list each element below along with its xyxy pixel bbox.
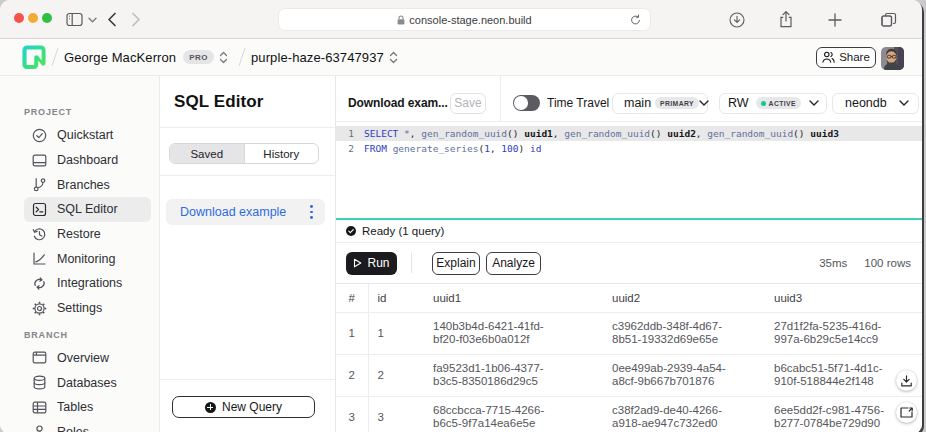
breadcrumb-user[interactable]: George MacKerron: [64, 50, 176, 65]
sidebar-item-branches[interactable]: Branches: [24, 172, 151, 197]
integrations-icon: [32, 276, 47, 291]
column-header: uuid3: [765, 284, 922, 312]
user-avatar[interactable]: [881, 47, 904, 70]
compute-select[interactable]: RW ACTIVE: [719, 93, 827, 114]
sql-editor-icon: [32, 202, 47, 217]
chevron-down-icon: [809, 100, 819, 106]
editor-main: Download exam... Save Time Travel main P…: [336, 76, 922, 432]
sidebar-item-integrations[interactable]: Integrations: [24, 271, 151, 296]
active-badge: ACTIVE: [756, 97, 801, 109]
sidebar-item-monitoring[interactable]: Monitoring: [24, 246, 151, 271]
saved-history-tabs: SavedHistory: [169, 143, 319, 164]
forward-icon[interactable]: [131, 0, 141, 39]
app-header: George MacKerron PRO purple-haze-6374793…: [0, 39, 922, 76]
new-query-button[interactable]: New Query: [172, 396, 315, 418]
chevron-down-icon[interactable]: [88, 0, 97, 39]
close-window-button[interactable]: [14, 13, 24, 23]
query-duration: 35ms: [819, 257, 847, 269]
table-cell: 2: [336, 354, 368, 396]
sidebar-item-roles[interactable]: Roles: [24, 420, 151, 432]
sidebar-item-databases[interactable]: Databases: [24, 370, 151, 395]
results-table-container: #iduuid1uuid2uuid311140b3b4d-6421-41fd-b…: [336, 283, 922, 432]
branch-select[interactable]: main PRIMARY: [612, 93, 708, 114]
minimize-window-button[interactable]: [28, 13, 38, 23]
tab-saved[interactable]: Saved: [170, 144, 245, 163]
traffic-lights: [14, 13, 52, 23]
query-tab-title: Download exam...: [348, 96, 450, 110]
sidebar-item-label: Restore: [57, 227, 101, 241]
sql-code-editor[interactable]: 1SELECT *, gen_random_uuid() uuid1, gen_…: [336, 122, 922, 218]
branch-name: main: [624, 96, 651, 110]
table-row[interactable]: 3368ccbcca-7715-4266-b6c5-9f7a14ea6e5ec3…: [336, 396, 922, 432]
sidebar-item-restore[interactable]: Restore: [24, 222, 151, 247]
downloads-icon[interactable]: [729, 0, 745, 39]
lock-icon: [397, 15, 405, 25]
analyze-button[interactable]: Analyze: [486, 252, 541, 275]
breadcrumb-project[interactable]: purple-haze-63747937: [251, 50, 384, 65]
query-rowcount: 100 rows: [864, 257, 911, 269]
sidebar-item-label: Overview: [57, 351, 109, 365]
results-floating-actions: [896, 370, 917, 423]
expand-results-button[interactable]: [896, 402, 917, 423]
download-results-button[interactable]: [896, 370, 917, 391]
table-cell: c38f2ad9-de40-4266-a918-ae947c732ed0: [603, 396, 765, 432]
zoom-window-button[interactable]: [42, 13, 52, 23]
sidebar-item-label: Tables: [57, 400, 93, 414]
line-number: 1: [336, 128, 354, 139]
roles-icon: [32, 424, 47, 432]
sidebar-item-label: Integrations: [57, 276, 122, 290]
kebab-menu-icon[interactable]: [308, 203, 315, 221]
sidebar-toggle-icon[interactable]: [66, 0, 83, 39]
divider: [411, 253, 412, 273]
status-text: Ready (1 query): [362, 225, 444, 237]
new-query-label: New Query: [222, 400, 282, 414]
breadcrumb-divider: [47, 46, 63, 68]
sidebar-section-label: PROJECT: [24, 107, 159, 117]
active-dot-icon: [761, 101, 766, 106]
tabs-overview-icon[interactable]: [881, 0, 897, 39]
tab-history[interactable]: History: [245, 144, 319, 163]
table-row[interactable]: 11140b3b4d-6421-41fd-bf20-f03e6b0a012fc3…: [336, 312, 922, 354]
time-travel-label: Time Travel: [547, 96, 609, 110]
save-button[interactable]: Save: [450, 93, 486, 114]
neon-logo[interactable]: [22, 45, 46, 69]
project-select-caret-icon[interactable]: [389, 51, 398, 64]
table-cell: 1: [368, 312, 424, 354]
status-bar: Ready (1 query): [336, 220, 922, 243]
share-button[interactable]: Share: [816, 47, 876, 68]
sidebar-item-dashboard[interactable]: Dashboard: [24, 148, 151, 173]
saved-query-item[interactable]: Download example: [166, 199, 325, 225]
database-select[interactable]: neondb: [832, 93, 919, 114]
sidebar-item-label: Branches: [57, 178, 110, 192]
sidebar-item-settings[interactable]: Settings: [24, 296, 151, 321]
query-tab[interactable]: Download exam... Save: [336, 76, 501, 122]
sidebar-item-sql-editor[interactable]: SQL Editor: [24, 197, 151, 222]
monitoring-icon: [32, 251, 47, 266]
run-button[interactable]: Run: [346, 252, 397, 275]
new-tab-icon[interactable]: [828, 0, 842, 39]
settings-icon: [32, 301, 47, 316]
back-icon[interactable]: [107, 0, 117, 39]
chevron-down-icon: [899, 100, 909, 106]
reload-icon[interactable]: [630, 14, 641, 26]
url-bar[interactable]: console-stage.neon.build: [278, 8, 651, 31]
queries-footer: New Query: [160, 379, 335, 432]
table-row[interactable]: 22fa9523d1-1b06-4377-b3c5-8350186d29c50e…: [336, 354, 922, 396]
line-number: 2: [336, 143, 354, 154]
share-page-icon[interactable]: [779, 0, 793, 39]
url-text: console-stage.neon.build: [409, 14, 531, 26]
sidebar-item-label: Settings: [57, 301, 102, 315]
sidebar-item-tables[interactable]: Tables: [24, 395, 151, 420]
plus-icon: [205, 402, 216, 413]
sidebar-item-label: Monitoring: [57, 252, 115, 266]
sidebar-item-overview[interactable]: Overview: [24, 346, 151, 371]
share-label: Share: [839, 51, 870, 63]
query-meta: 35ms 100 rows: [819, 257, 922, 269]
time-travel-toggle[interactable]: [513, 95, 540, 111]
editor-topbar: Download exam... Save Time Travel main P…: [336, 76, 922, 122]
sidebar-item-quickstart[interactable]: Quickstart: [24, 123, 151, 148]
explain-button[interactable]: Explain: [432, 252, 480, 275]
download-icon: [901, 375, 912, 387]
sidebar-section-label: BRANCH: [24, 330, 159, 340]
user-select-caret-icon[interactable]: [219, 51, 228, 64]
